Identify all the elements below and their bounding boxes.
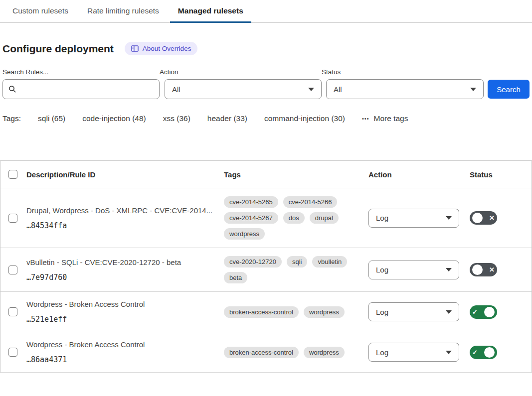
page-header: Configure deployment About Overrides bbox=[2, 42, 532, 55]
toggle-knob bbox=[484, 347, 495, 358]
tab-managed-rulesets[interactable]: Managed rulesets bbox=[170, 0, 251, 22]
rule-id: …86aa4371 bbox=[26, 355, 214, 364]
search-input-wrap bbox=[2, 79, 160, 99]
rule-action-select[interactable]: Log bbox=[368, 343, 459, 362]
col-status: Status bbox=[470, 170, 532, 179]
chevron-down-icon bbox=[446, 216, 452, 220]
status-filter-select[interactable]: All bbox=[326, 79, 484, 99]
row-checkbox[interactable] bbox=[8, 265, 17, 274]
chevron-down-icon bbox=[470, 88, 476, 91]
tab-custom-rulesets[interactable]: Custom rulesets bbox=[4, 0, 76, 22]
check-icon: ✓ bbox=[472, 309, 478, 315]
rule-status-toggle[interactable]: ✕ bbox=[470, 263, 497, 276]
tag-filter-command-injection[interactable]: command-injection (30) bbox=[264, 114, 345, 123]
table-row: Drupal, Wordpress - DoS - XMLRPC - CVE:C… bbox=[0, 188, 532, 248]
rule-tag: wordpress bbox=[304, 306, 345, 318]
toggle-knob bbox=[472, 264, 483, 275]
check-icon: ✓ bbox=[472, 349, 478, 356]
rule-tag: beta bbox=[224, 272, 247, 283]
rule-tag: wordpress bbox=[304, 347, 345, 358]
book-icon bbox=[131, 45, 139, 52]
rule-action-value: Log bbox=[376, 308, 388, 316]
rule-tag: cve-2020-12720 bbox=[224, 256, 282, 267]
action-filter-value: All bbox=[172, 85, 180, 94]
rule-description: vBulletin - SQLi - CVE:CVE-2020-12720 - … bbox=[26, 258, 214, 266]
tag-filter-sqli[interactable]: sqli (65) bbox=[38, 114, 65, 123]
tab-rate-limiting-rulesets[interactable]: Rate limiting rulesets bbox=[79, 0, 167, 22]
rule-tag: cve-2014-5266 bbox=[283, 196, 338, 208]
table-row: Wordpress - Broken Access Control …86aa4… bbox=[0, 332, 532, 373]
ellipsis-icon: ••• bbox=[362, 116, 369, 122]
rule-status-toggle[interactable]: ✓ bbox=[470, 346, 497, 359]
rule-description: Drupal, Wordpress - DoS - XMLRPC - CVE:C… bbox=[26, 206, 214, 215]
rule-id: …7e97d760 bbox=[26, 273, 214, 282]
action-filter-select[interactable]: All bbox=[165, 79, 322, 99]
chevron-down-icon bbox=[446, 310, 452, 314]
rule-tag: wordpress bbox=[224, 228, 265, 240]
chevron-down-icon bbox=[446, 351, 452, 354]
table-header-row: Description/Rule ID Tags Action Status bbox=[0, 161, 532, 188]
row-checkbox[interactable] bbox=[8, 348, 17, 357]
tag-filter-header[interactable]: header (33) bbox=[207, 114, 247, 123]
tag-filter-xss[interactable]: xss (36) bbox=[163, 114, 190, 123]
table-row: Wordpress - Broken Access Control …521e1… bbox=[0, 291, 532, 332]
rule-tag: drupal bbox=[310, 212, 339, 224]
rule-description: Wordpress - Broken Access Control bbox=[26, 340, 214, 349]
chevron-down-icon bbox=[308, 88, 314, 91]
rule-action-select[interactable]: Log bbox=[368, 302, 459, 321]
more-tags-label: More tags bbox=[374, 114, 408, 123]
about-overrides-badge[interactable]: About Overrides bbox=[125, 42, 198, 55]
tag-filter-code-injection[interactable]: code-injection (48) bbox=[82, 114, 146, 123]
filter-bar: Search Rules... Action All Status All Se… bbox=[2, 68, 532, 99]
col-description-rule-id: Description/Rule ID bbox=[26, 170, 224, 179]
rule-tag: broken-access-control bbox=[224, 347, 299, 358]
rule-action-select[interactable]: Log bbox=[368, 209, 459, 228]
rule-description: Wordpress - Broken Access Control bbox=[26, 300, 214, 308]
rule-action-value: Log bbox=[376, 265, 388, 274]
rule-status-toggle[interactable]: ✕ bbox=[470, 211, 497, 225]
status-filter-value: All bbox=[334, 85, 342, 94]
col-action: Action bbox=[368, 170, 470, 179]
more-tags-button[interactable]: ••• More tags bbox=[362, 114, 408, 123]
x-icon: ✕ bbox=[489, 266, 495, 273]
row-checkbox[interactable] bbox=[8, 307, 17, 316]
search-rules-label: Search Rules... bbox=[2, 68, 160, 76]
rule-status-toggle[interactable]: ✓ bbox=[470, 305, 497, 319]
search-button[interactable]: Search bbox=[488, 80, 530, 99]
rule-tag: sqli bbox=[287, 256, 308, 267]
rule-tag: dos bbox=[283, 212, 305, 224]
x-icon: ✕ bbox=[489, 215, 495, 221]
page-title: Configure deployment bbox=[2, 43, 114, 55]
col-tags: Tags bbox=[224, 170, 368, 179]
table-row: vBulletin - SQLi - CVE:CVE-2020-12720 - … bbox=[0, 248, 532, 291]
about-overrides-label: About Overrides bbox=[143, 45, 191, 52]
status-filter-label: Status bbox=[322, 68, 484, 76]
select-all-checkbox[interactable] bbox=[8, 170, 17, 179]
rule-tag: cve-2014-5265 bbox=[224, 196, 278, 208]
search-rules-input[interactable] bbox=[2, 79, 160, 99]
action-filter-label: Action bbox=[160, 68, 322, 76]
rule-id: …521e1eff bbox=[26, 315, 214, 324]
toggle-knob bbox=[472, 213, 483, 223]
ruleset-tabs: Custom rulesets Rate limiting rulesets M… bbox=[0, 0, 532, 23]
rule-tag: vbulletin bbox=[312, 256, 347, 267]
rule-tag: cve-2014-5267 bbox=[224, 212, 278, 224]
rules-table: Description/Rule ID Tags Action Status D… bbox=[0, 160, 532, 373]
rule-action-select[interactable]: Log bbox=[368, 261, 459, 279]
toggle-knob bbox=[484, 307, 495, 317]
tags-bar-label: Tags: bbox=[2, 114, 21, 123]
rule-tag: broken-access-control bbox=[224, 306, 299, 318]
search-icon bbox=[8, 85, 16, 93]
rule-action-value: Log bbox=[376, 214, 388, 222]
rule-id: …84534ffa bbox=[26, 221, 214, 230]
chevron-down-icon bbox=[446, 268, 452, 271]
tags-bar: Tags: sqli (65) code-injection (48) xss … bbox=[2, 114, 532, 123]
rule-action-value: Log bbox=[376, 348, 388, 357]
row-checkbox[interactable] bbox=[8, 214, 17, 223]
